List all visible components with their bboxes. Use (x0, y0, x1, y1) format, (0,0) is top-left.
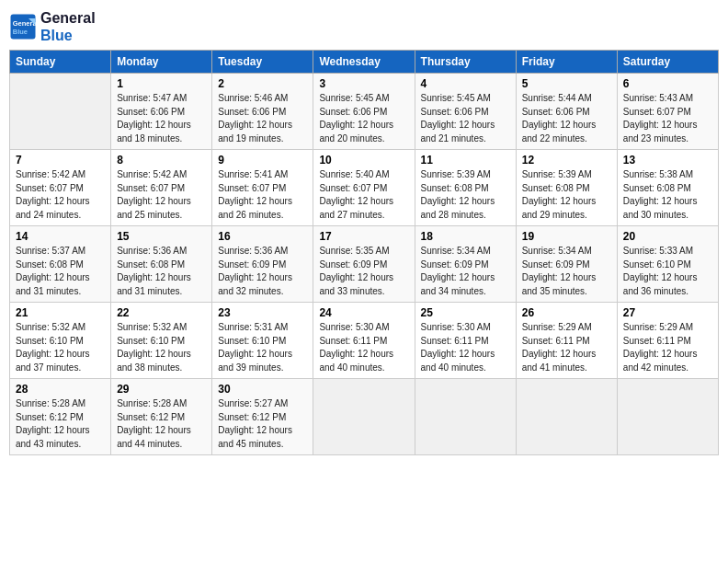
day-cell: 20Sunrise: 5:33 AM Sunset: 6:10 PM Dayli… (617, 226, 718, 303)
day-cell: 28Sunrise: 5:28 AM Sunset: 6:12 PM Dayli… (10, 379, 111, 455)
day-cell (415, 379, 516, 455)
day-info: Sunrise: 5:37 AM Sunset: 6:08 PM Dayligh… (16, 245, 105, 298)
day-cell: 7Sunrise: 5:42 AM Sunset: 6:07 PM Daylig… (10, 150, 111, 226)
day-number: 23 (218, 306, 307, 319)
day-cell: 10Sunrise: 5:40 AM Sunset: 6:07 PM Dayli… (313, 150, 415, 226)
day-cell: 6Sunrise: 5:43 AM Sunset: 6:07 PM Daylig… (617, 74, 718, 150)
day-number: 9 (218, 154, 307, 167)
day-cell: 18Sunrise: 5:34 AM Sunset: 6:09 PM Dayli… (415, 226, 516, 303)
day-info: Sunrise: 5:47 AM Sunset: 6:06 PM Dayligh… (117, 92, 206, 145)
day-number: 27 (623, 306, 712, 319)
day-cell: 9Sunrise: 5:41 AM Sunset: 6:07 PM Daylig… (212, 150, 313, 226)
day-cell (313, 379, 415, 455)
day-number: 15 (117, 230, 206, 243)
day-number: 28 (16, 383, 105, 396)
day-number: 11 (421, 154, 510, 167)
day-cell: 3Sunrise: 5:45 AM Sunset: 6:06 PM Daylig… (313, 74, 415, 150)
day-info: Sunrise: 5:45 AM Sunset: 6:06 PM Dayligh… (421, 92, 510, 145)
day-info: Sunrise: 5:39 AM Sunset: 6:08 PM Dayligh… (421, 168, 510, 222)
day-info: Sunrise: 5:45 AM Sunset: 6:06 PM Dayligh… (319, 92, 408, 145)
day-number: 14 (16, 230, 105, 243)
day-info: Sunrise: 5:34 AM Sunset: 6:09 PM Dayligh… (522, 245, 611, 298)
week-row-4: 21Sunrise: 5:32 AM Sunset: 6:10 PM Dayli… (10, 303, 719, 379)
day-number: 13 (623, 154, 712, 167)
col-header-friday: Friday (516, 51, 617, 74)
day-number: 1 (117, 77, 206, 90)
day-number: 17 (319, 230, 408, 243)
day-number: 5 (522, 77, 611, 90)
day-number: 30 (218, 383, 307, 396)
day-number: 16 (218, 230, 307, 243)
week-row-5: 28Sunrise: 5:28 AM Sunset: 6:12 PM Dayli… (10, 379, 719, 455)
day-cell: 29Sunrise: 5:28 AM Sunset: 6:12 PM Dayli… (111, 379, 212, 455)
day-cell: 25Sunrise: 5:30 AM Sunset: 6:11 PM Dayli… (415, 303, 516, 379)
day-info: Sunrise: 5:29 AM Sunset: 6:11 PM Dayligh… (522, 321, 611, 374)
day-cell: 1Sunrise: 5:47 AM Sunset: 6:06 PM Daylig… (111, 74, 212, 150)
day-cell: 14Sunrise: 5:37 AM Sunset: 6:08 PM Dayli… (10, 226, 111, 303)
day-number: 7 (16, 154, 105, 167)
day-info: Sunrise: 5:40 AM Sunset: 6:07 PM Dayligh… (319, 168, 408, 222)
day-cell (516, 379, 617, 455)
day-info: Sunrise: 5:28 AM Sunset: 6:12 PM Dayligh… (117, 397, 206, 451)
week-row-3: 14Sunrise: 5:37 AM Sunset: 6:08 PM Dayli… (10, 226, 719, 303)
col-header-sunday: Sunday (10, 51, 111, 74)
day-number: 18 (421, 230, 510, 243)
svg-text:Blue: Blue (13, 28, 28, 36)
day-cell: 8Sunrise: 5:42 AM Sunset: 6:07 PM Daylig… (111, 150, 212, 226)
day-cell: 13Sunrise: 5:38 AM Sunset: 6:08 PM Dayli… (617, 150, 718, 226)
day-cell: 15Sunrise: 5:36 AM Sunset: 6:08 PM Dayli… (111, 226, 212, 303)
day-info: Sunrise: 5:46 AM Sunset: 6:06 PM Dayligh… (218, 92, 307, 145)
day-cell: 19Sunrise: 5:34 AM Sunset: 6:09 PM Dayli… (516, 226, 617, 303)
day-info: Sunrise: 5:36 AM Sunset: 6:08 PM Dayligh… (117, 245, 206, 298)
col-header-thursday: Thursday (415, 51, 516, 74)
week-row-2: 7Sunrise: 5:42 AM Sunset: 6:07 PM Daylig… (10, 150, 719, 226)
day-info: Sunrise: 5:30 AM Sunset: 6:11 PM Dayligh… (421, 321, 510, 374)
day-cell: 23Sunrise: 5:31 AM Sunset: 6:10 PM Dayli… (212, 303, 313, 379)
col-header-monday: Monday (111, 51, 212, 74)
day-cell: 26Sunrise: 5:29 AM Sunset: 6:11 PM Dayli… (516, 303, 617, 379)
day-info: Sunrise: 5:32 AM Sunset: 6:10 PM Dayligh… (16, 321, 105, 374)
day-info: Sunrise: 5:34 AM Sunset: 6:09 PM Dayligh… (421, 245, 510, 298)
day-cell: 17Sunrise: 5:35 AM Sunset: 6:09 PM Dayli… (313, 226, 415, 303)
day-number: 10 (319, 154, 408, 167)
day-cell: 2Sunrise: 5:46 AM Sunset: 6:06 PM Daylig… (212, 74, 313, 150)
day-number: 21 (16, 306, 105, 319)
col-header-wednesday: Wednesday (313, 51, 415, 74)
day-cell: 4Sunrise: 5:45 AM Sunset: 6:06 PM Daylig… (415, 74, 516, 150)
day-info: Sunrise: 5:30 AM Sunset: 6:11 PM Dayligh… (319, 321, 408, 374)
day-number: 20 (623, 230, 712, 243)
day-info: Sunrise: 5:42 AM Sunset: 6:07 PM Dayligh… (117, 168, 206, 222)
day-info: Sunrise: 5:44 AM Sunset: 6:06 PM Dayligh… (522, 92, 611, 145)
day-number: 26 (522, 306, 611, 319)
day-cell (10, 74, 111, 150)
day-number: 8 (117, 154, 206, 167)
day-number: 6 (623, 77, 712, 90)
day-info: Sunrise: 5:38 AM Sunset: 6:08 PM Dayligh… (623, 168, 712, 222)
week-row-1: 1Sunrise: 5:47 AM Sunset: 6:06 PM Daylig… (10, 74, 719, 150)
day-info: Sunrise: 5:41 AM Sunset: 6:07 PM Dayligh… (218, 168, 307, 222)
day-cell: 21Sunrise: 5:32 AM Sunset: 6:10 PM Dayli… (10, 303, 111, 379)
day-number: 22 (117, 306, 206, 319)
day-info: Sunrise: 5:36 AM Sunset: 6:09 PM Dayligh… (218, 245, 307, 298)
header: General Blue General Blue (9, 9, 719, 44)
day-info: Sunrise: 5:33 AM Sunset: 6:10 PM Dayligh… (623, 245, 712, 298)
calendar-table: SundayMondayTuesdayWednesdayThursdayFrid… (9, 50, 719, 455)
day-number: 2 (218, 77, 307, 90)
day-info: Sunrise: 5:42 AM Sunset: 6:07 PM Dayligh… (16, 168, 105, 222)
day-number: 24 (319, 306, 408, 319)
day-number: 29 (117, 383, 206, 396)
day-number: 3 (319, 77, 408, 90)
day-info: Sunrise: 5:29 AM Sunset: 6:11 PM Dayligh… (623, 321, 712, 374)
logo-name: General Blue (40, 9, 96, 44)
day-info: Sunrise: 5:39 AM Sunset: 6:08 PM Dayligh… (522, 168, 611, 222)
logo-icon: General Blue (9, 13, 37, 40)
day-cell: 11Sunrise: 5:39 AM Sunset: 6:08 PM Dayli… (415, 150, 516, 226)
day-number: 19 (522, 230, 611, 243)
day-info: Sunrise: 5:28 AM Sunset: 6:12 PM Dayligh… (16, 397, 105, 451)
day-cell: 16Sunrise: 5:36 AM Sunset: 6:09 PM Dayli… (212, 226, 313, 303)
day-info: Sunrise: 5:43 AM Sunset: 6:07 PM Dayligh… (623, 92, 712, 145)
day-cell (617, 379, 718, 455)
day-number: 4 (421, 77, 510, 90)
day-info: Sunrise: 5:31 AM Sunset: 6:10 PM Dayligh… (218, 321, 307, 374)
day-info: Sunrise: 5:35 AM Sunset: 6:09 PM Dayligh… (319, 245, 408, 298)
